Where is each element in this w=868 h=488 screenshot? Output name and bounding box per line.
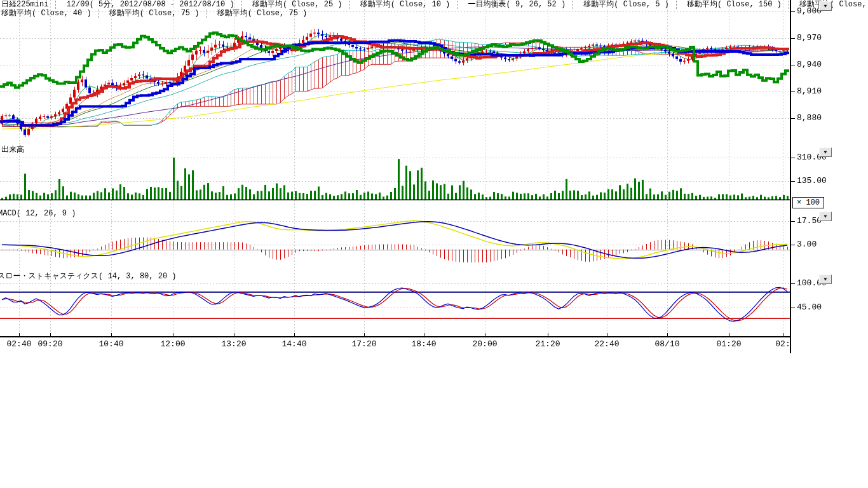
x-axis-label: 13:20 — [221, 340, 246, 349]
indicator-label-ma10[interactable]: 移動平均( Close, 10 ) — [360, 1, 458, 9]
x-axis-tick — [548, 333, 548, 336]
x-axis-label: 02: — [775, 340, 790, 349]
pane-scale-dropdown-button[interactable]: ▼ — [819, 274, 832, 284]
x-axis-tick — [667, 333, 668, 336]
y-axis-label: 45.00 — [797, 303, 822, 312]
y-axis-tick — [791, 11, 795, 12]
x-axis-label: 02:40 — [6, 340, 31, 349]
x-axis-tick — [364, 333, 365, 336]
x-axis-label: 22:40 — [594, 340, 619, 349]
y-axis-tick — [791, 38, 795, 39]
y-axis-label: 3.00 — [797, 240, 817, 249]
x-axis-tick — [50, 333, 51, 336]
y-axis-tick — [791, 65, 795, 65]
x-axis-label: 18:40 — [411, 340, 436, 349]
y-axis-label: 8,880 — [797, 114, 822, 123]
x-axis-label: 09:20 — [37, 340, 62, 349]
chevron-down-icon: ▼ — [824, 150, 827, 155]
x-axis-tick — [424, 333, 424, 336]
pane-scale-dropdown-button[interactable]: ▼ — [819, 212, 832, 221]
indicator-label-ma75b[interactable]: 移動平均( Close, 75 ) — [217, 10, 315, 18]
x-axis-tick — [19, 333, 20, 336]
x-axis-tick — [729, 333, 729, 336]
y-axis-tick — [791, 118, 795, 119]
indicator-label-ma150[interactable]: 移動平均( Close, 150 ) — [687, 1, 789, 9]
time-axis: 02:4009:2010:4012:0013:2014:4017:2018:40… — [0, 0, 790, 353]
instrument-title: 日経225mini — [1, 1, 56, 9]
x-axis-tick — [294, 333, 295, 336]
x-axis-label: 21:20 — [535, 340, 560, 349]
pane-scale-dropdown-button[interactable]: ▼ — [819, 147, 832, 157]
x-axis-label: 10:40 — [98, 340, 123, 349]
x-axis-tick — [173, 333, 173, 336]
chevron-down-icon: ▼ — [824, 277, 827, 282]
x-axis-tick — [111, 333, 112, 336]
y-axis-tick — [791, 283, 795, 284]
volume-pane-label: 出来高 — [1, 146, 24, 154]
x-axis-label: 14:40 — [281, 340, 306, 349]
indicator-label-ma75[interactable]: 移動平均( Close, 75 ) — [109, 10, 207, 18]
y-axis-label: 8,910 — [797, 87, 822, 96]
stochastics-pane-label: スロー・ストキャスティクス( 14, 3, 80, 20 ) — [0, 273, 177, 281]
y-axis-tick — [791, 158, 795, 158]
volume-multiplier-box: × 100 — [792, 197, 824, 208]
x-axis-label: 01:20 — [716, 340, 741, 349]
pane-scale-dropdown-button[interactable]: ▼ — [819, 1, 832, 11]
indicator-label-ma20[interactable]: 移動平均( Close, 20 ) — [799, 1, 868, 9]
macd-pane-label: MACD( 12, 26, 9 ) — [0, 210, 76, 218]
x-axis-tick — [783, 333, 783, 336]
x-axis-tick — [234, 333, 234, 336]
indicator-header-row-1: 日経225mini 12/09( 5分, 2012/08/08 - 2012/0… — [1, 1, 868, 9]
chart-application-window: 日経225mini 12/09( 5分, 2012/08/08 - 2012/0… — [0, 0, 868, 488]
y-axis-label: 8,940 — [797, 60, 822, 69]
y-axis-label: 8,970 — [797, 34, 822, 43]
x-axis-label: 12:00 — [160, 340, 185, 349]
indicator-label-ma5[interactable]: 移動平均( Close, 5 ) — [583, 1, 676, 9]
y-axis-label: 135.00 — [797, 177, 827, 186]
y-axis-tick — [791, 92, 795, 92]
x-axis-tick — [485, 333, 485, 336]
indicator-label-ichimoku[interactable]: 一目均衡表( 9, 26, 52 ) — [468, 1, 574, 9]
x-axis-label: 20:00 — [472, 340, 497, 349]
period-label: 12/09( 5分, 2012/08/08 - 2012/08/10 ) — [67, 1, 242, 9]
y-axis-tick — [791, 245, 795, 245]
x-axis-tick — [607, 333, 607, 336]
y-axis-tick — [791, 221, 795, 222]
y-axis-label: 17.50 — [797, 217, 822, 226]
chevron-down-icon: ▼ — [824, 4, 827, 9]
indicator-label-ma25[interactable]: 移動平均( Close, 25 ) — [252, 1, 350, 9]
x-axis-label: 08/10 — [654, 340, 679, 349]
y-axis-tick — [791, 308, 795, 308]
indicator-header-row-2: 移動平均( Close, 40 ) 移動平均( Close, 75 ) 移動平均… — [1, 10, 320, 18]
chevron-down-icon: ▼ — [824, 214, 827, 219]
y-axis-tick — [791, 181, 795, 182]
indicator-label-ma40[interactable]: 移動平均( Close, 40 ) — [1, 10, 99, 18]
x-axis-label: 17:20 — [351, 340, 376, 349]
